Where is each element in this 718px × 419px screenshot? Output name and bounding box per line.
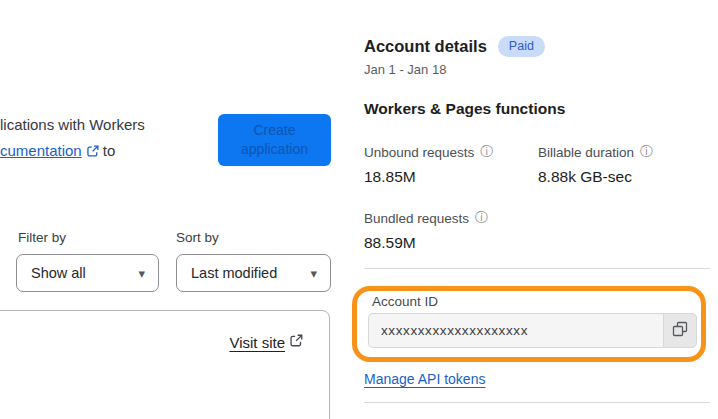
filter-dropdown-value: Show all (31, 265, 86, 281)
divider (364, 268, 710, 269)
visit-site-link[interactable]: Visit site (229, 333, 307, 351)
create-application-button[interactable]: Create application (218, 114, 331, 166)
info-icon[interactable]: ⓘ (475, 209, 488, 227)
manage-api-tokens-link[interactable]: Manage API tokens (364, 371, 485, 387)
stat-label: Billable duration ⓘ (538, 143, 653, 161)
stat-bundled-requests: Bundled requests ⓘ 88.59M (364, 209, 488, 252)
documentation-link[interactable]: cumentation (0, 142, 82, 159)
project-card: Visit site (0, 310, 330, 419)
intro-line-2: cumentationto (0, 138, 145, 166)
stat-value: 18.85M (364, 168, 493, 186)
stat-billable-duration: Billable duration ⓘ 8.88k GB-sec (538, 143, 653, 186)
info-icon[interactable]: ⓘ (480, 143, 493, 161)
stat-value: 8.88k GB-sec (538, 168, 653, 186)
filter-by-label: Filter by (18, 230, 66, 245)
date-range: Jan 1 - Jan 18 (364, 62, 446, 77)
functions-section-title: Workers & Pages functions (364, 100, 565, 118)
caret-down-icon: ▾ (138, 267, 145, 280)
intro-line-1: lications with Workers (0, 112, 145, 138)
copy-icon (672, 321, 688, 341)
filter-dropdown[interactable]: Show all ▾ (16, 254, 159, 292)
sort-dropdown[interactable]: Last modified ▾ (176, 254, 331, 292)
account-id-label: Account ID (372, 294, 438, 309)
plan-badge: Paid (498, 36, 545, 57)
stat-label: Unbound requests ⓘ (364, 143, 493, 161)
account-details-header: Account details Paid (364, 36, 545, 57)
divider (364, 402, 710, 403)
info-icon[interactable]: ⓘ (640, 143, 653, 161)
intro-after-link: to (103, 142, 116, 159)
stat-label: Bundled requests ⓘ (364, 209, 488, 227)
visit-site-label: Visit site (229, 334, 285, 351)
sort-by-label: Sort by (176, 230, 219, 245)
account-id-input[interactable] (368, 313, 663, 348)
account-id-field (368, 313, 697, 348)
stat-unbound-requests: Unbound requests ⓘ 18.85M (364, 143, 493, 186)
intro-text: lications with Workers cumentationto (0, 112, 145, 166)
stat-value: 88.59M (364, 234, 488, 252)
external-link-icon (86, 140, 100, 166)
copy-button[interactable] (663, 313, 697, 348)
sort-dropdown-value: Last modified (191, 265, 277, 281)
external-link-icon (289, 333, 304, 351)
workers-pages-screen: lications with Workers cumentationto Cre… (0, 0, 718, 419)
caret-down-icon: ▾ (310, 267, 317, 280)
account-details-title: Account details (364, 37, 487, 56)
